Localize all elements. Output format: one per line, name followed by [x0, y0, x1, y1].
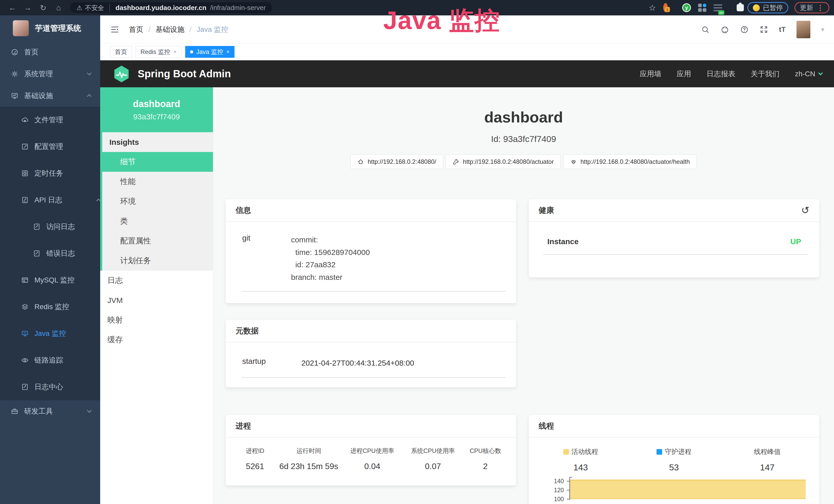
sba-brand[interactable]: Spring Boot Admin [138, 68, 231, 79]
hamburger-icon[interactable] [110, 25, 120, 34]
col-label: 进程CPU使用率 [341, 447, 404, 455]
sidebar-item-system[interactable]: 系统管理 [0, 63, 100, 85]
sidebar-item-trace[interactable]: 链路追踪 [0, 347, 100, 373]
url-host: dashboard.yudao.iocoder.cn [115, 4, 206, 12]
security-label: 不安全 [85, 4, 104, 12]
card-title: 健康 [539, 205, 554, 216]
breadcrumb-infra[interactable]: 基础设施 [156, 25, 184, 35]
extension-green-icon[interactable]: y [682, 3, 691, 12]
github-icon[interactable] [721, 25, 729, 34]
health-url-button[interactable]: http://192.168.0.2:48080/actuator/health [563, 155, 697, 169]
sba-item-jvm[interactable]: JVM [100, 290, 213, 310]
process-card: 进程 进程ID 5261 运行时间 6d 23h 15m 59s 进程CPU使用… [225, 415, 516, 485]
sba-nav-about[interactable]: 关于我们 [751, 69, 780, 79]
sidebar-item-label: 系统管理 [24, 69, 53, 79]
sidebar-item-accesslog[interactable]: 访问日志 [0, 213, 100, 240]
tag-home[interactable]: 首页 [110, 46, 132, 58]
sidebar-item-infra[interactable]: 基础设施 [0, 85, 100, 107]
sba-language-select[interactable]: zh-CN [795, 70, 822, 78]
gear-icon [11, 70, 19, 78]
sba-item-details[interactable]: 细节 [100, 152, 213, 172]
col-label: CPU核心数 [462, 447, 509, 455]
sba-item-caches[interactable]: 缓存 [100, 330, 213, 350]
y-tickmark [567, 481, 569, 481]
chevron-down-icon [818, 71, 823, 75]
sidebar-item-errorlog[interactable]: 错误日志 [0, 240, 100, 267]
text-size-icon[interactable]: tT [779, 25, 786, 33]
sba-item-scheduledtasks[interactable]: 计划任务 [100, 251, 213, 271]
sidebar-item-mysql[interactable]: MySQL 监控 [0, 267, 100, 294]
health-key: Instance [547, 237, 579, 246]
sba-item-metrics[interactable]: 性能 [100, 172, 213, 191]
sba-item-logs[interactable]: 日志 [100, 271, 213, 290]
browser-menu-icon[interactable]: ⋮ [817, 4, 824, 12]
sidebar-submenu-infra: 文件管理 配置管理 定时任务 API 日志 访问日志 错误日志 [0, 107, 100, 400]
sba-item-environment[interactable]: 环境 [100, 191, 213, 211]
extension-orange-icon[interactable]: 1 [663, 5, 668, 10]
update-button[interactable]: 更新 ⋮ [794, 2, 829, 13]
header-actions: tT ▾ [701, 21, 824, 38]
edit-square-icon [21, 143, 29, 151]
actuator-url-button[interactable]: http://192.168.0.2:48080/actuator [446, 155, 561, 169]
sidebar-item-apilog[interactable]: API 日志 [0, 187, 100, 213]
card-title: 信息 [236, 205, 251, 216]
sidebar-item-java[interactable]: Java 监控 [0, 320, 100, 347]
browser-reload-icon[interactable]: ↻ [36, 3, 51, 12]
search-icon[interactable] [701, 25, 710, 34]
sidebar-item-devtools[interactable]: 研发工具 [0, 400, 100, 422]
legend-value: 53 [627, 462, 721, 473]
sidebar-item-file[interactable]: 文件管理 [0, 107, 100, 133]
sba-item-configprops[interactable]: 配置属性 [100, 231, 213, 251]
chevron-down-icon [87, 71, 91, 75]
sba-item-classes[interactable]: 类 [100, 211, 213, 231]
paused-pill[interactable]: 已暂停 [747, 2, 788, 13]
sidebar-item-config[interactable]: 配置管理 [0, 133, 100, 160]
sba-nav-journal[interactable]: 日志报表 [707, 69, 736, 79]
wrench-icon [453, 158, 459, 165]
sidebar-item-logcenter[interactable]: 日志中心 [0, 373, 100, 400]
help-icon[interactable] [740, 25, 749, 34]
sba-item-mappings[interactable]: 映射 [100, 310, 213, 330]
browser-home-icon[interactable]: ⌂ [51, 3, 66, 12]
sidebar-item-label: 文件管理 [35, 115, 63, 125]
close-icon[interactable]: × [173, 48, 177, 55]
display-icon [21, 330, 29, 337]
bookmark-star-icon[interactable]: ☆ [649, 3, 656, 13]
sba-logo-icon[interactable] [112, 65, 131, 84]
address-bar[interactable]: ⚠不安全 │ dashboard.yudao.iocoder.cn/infra/… [70, 2, 272, 13]
sba-nav-applications[interactable]: 应用 [677, 69, 691, 79]
fullscreen-icon[interactable] [760, 25, 768, 34]
legend-live: 活动线程 143 [534, 447, 627, 473]
info-value: commit: time: 1596289704000 id: 27aa832 … [291, 234, 506, 283]
sba-nav-wall[interactable]: 应用墙 [640, 69, 661, 79]
url-path: /infra/admin-server [210, 4, 266, 12]
sidebar-item-redis[interactable]: Redis 监控 [0, 294, 100, 320]
legend-label: 活动线程 [571, 447, 598, 456]
service-url-button[interactable]: http://192.168.0.2:48080/ [350, 155, 443, 169]
sidebar-item-home[interactable]: 首页 [0, 41, 100, 63]
browser-forward-icon[interactable]: → [20, 3, 36, 12]
tag-java[interactable]: Java 监控 × [185, 46, 235, 58]
legend-value: 143 [534, 462, 627, 473]
user-menu-caret-icon[interactable]: ▾ [821, 26, 824, 33]
instance-header: dashboard 93a3fc7f7409 [100, 87, 213, 132]
sidebar-item-job[interactable]: 定时任务 [0, 160, 100, 187]
extension-list-icon[interactable]: on [714, 4, 722, 11]
sidebar-item-label: 日志中心 [35, 382, 63, 392]
extension-grid-icon[interactable] [698, 4, 706, 12]
info-key: git [242, 234, 291, 283]
tag-redis[interactable]: Redis 监控 × [136, 46, 182, 58]
extensions-puzzle-icon[interactable] [737, 4, 744, 11]
browser-back-icon[interactable]: ← [5, 3, 20, 12]
heartbeat-icon [570, 158, 577, 165]
process-col: 运行时间 6d 23h 15m 59s [277, 447, 341, 471]
user-avatar[interactable] [796, 21, 810, 38]
col-value: 0.04 [341, 462, 404, 471]
close-icon[interactable]: × [226, 48, 229, 55]
sidebar-item-label: Java 监控 [35, 329, 66, 338]
sidebar-item-label: 首页 [24, 47, 39, 57]
y-tick: 100 [538, 496, 564, 502]
tags-bar: 首页 Redis 监控 × Java 监控 × [100, 44, 834, 60]
breadcrumb-home[interactable]: 首页 [129, 25, 143, 35]
history-icon[interactable]: ↺ [801, 205, 809, 216]
